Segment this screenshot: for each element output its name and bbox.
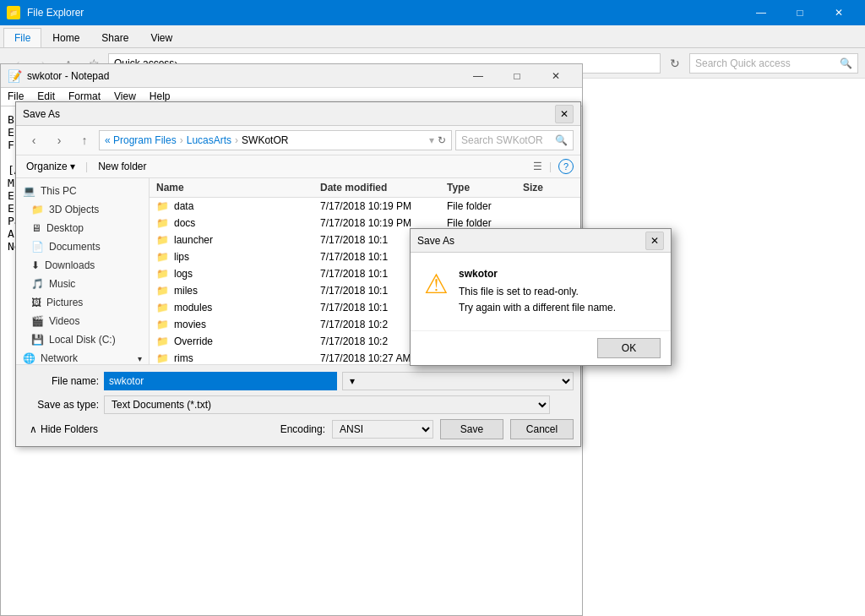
- dialog-sidebar-network[interactable]: 🌐 Network ▾: [16, 349, 149, 364]
- file-folder-icon: 📁: [156, 234, 169, 246]
- hide-folders-btn[interactable]: ∧ Hide Folders: [23, 420, 105, 439]
- dialog-sidebar-documents[interactable]: 📄 Documents: [16, 237, 149, 256]
- file-folder-icon: 📁: [156, 200, 169, 212]
- dialog-sidebar-pictures[interactable]: 🖼 Pictures: [16, 293, 149, 312]
- col-date-header: Date modified: [320, 182, 447, 194]
- tab-share[interactable]: Share: [90, 28, 139, 47]
- dialog-sidebar-desktop[interactable]: 🖥 Desktop: [16, 219, 149, 237]
- videos-label: Videos: [49, 315, 79, 327]
- downloads-label: Downloads: [45, 259, 95, 271]
- file-name: data: [174, 200, 320, 212]
- filename-label: File name:: [23, 375, 99, 387]
- file-name: lips: [174, 251, 320, 263]
- explorer-close-btn[interactable]: ✕: [819, 0, 858, 25]
- filename-input[interactable]: [104, 372, 337, 390]
- alert-titlebar: Save As ✕: [411, 229, 671, 253]
- desktop-label: Desktop: [46, 222, 84, 234]
- alert-dialog: Save As ✕ ⚠ swkotor This file is set to …: [410, 228, 672, 366]
- col-type-header: Type: [447, 182, 523, 194]
- file-folder-icon: 📁: [156, 335, 169, 347]
- tab-file[interactable]: File: [3, 28, 41, 47]
- refresh-icon[interactable]: ↻: [438, 134, 446, 146]
- dialog-forward-btn[interactable]: ›: [48, 129, 70, 151]
- file-folder-icon: 📁: [156, 302, 169, 313]
- view-sep: |: [549, 161, 552, 172]
- dropdown-icon[interactable]: ▾: [429, 134, 434, 146]
- alert-message-area: swkotor This file is set to read-only. T…: [459, 266, 616, 317]
- search-bar[interactable]: Search Quick access 🔍: [689, 53, 858, 74]
- file-folder-icon: 📁: [156, 352, 169, 364]
- alert-close-btn[interactable]: ✕: [645, 232, 664, 250]
- save-button[interactable]: Save: [440, 419, 503, 439]
- alert-body: ⚠ swkotor This file is set to read-only.…: [411, 253, 671, 330]
- explorer-titlebar: 📁 File Explorer — □ ✕: [0, 0, 865, 25]
- ok-button[interactable]: OK: [597, 338, 661, 358]
- encoding-select[interactable]: ANSI: [332, 420, 433, 439]
- desktop-icon: 🖥: [31, 222, 41, 234]
- save-as-close-btn[interactable]: ✕: [555, 105, 574, 123]
- dialog-sidebar-3dobjects[interactable]: 📁 3D Objects: [16, 200, 149, 219]
- explorer-maximize-btn[interactable]: □: [781, 0, 819, 25]
- organize-sep: |: [85, 161, 88, 172]
- notepad-titlebar: 📝 swkotor - Notepad — □ ✕: [1, 64, 582, 88]
- explorer-minimize-btn[interactable]: —: [742, 0, 781, 25]
- address-part3: SWKotOR: [242, 134, 288, 146]
- alert-message-line1: This file is set to read-only.: [459, 284, 616, 300]
- savetype-field: Save as type: Text Documents (*.txt): [23, 395, 574, 414]
- view-help-icon[interactable]: ?: [558, 159, 574, 174]
- file-name: movies: [174, 319, 320, 330]
- encoding-actions: Encoding: ANSI Save Cancel: [280, 419, 574, 439]
- search-icon: 🔍: [840, 57, 852, 69]
- dialog-toolbar: ‹ › ↑ « Program Files › LucasArts › SWKo…: [16, 126, 580, 155]
- cancel-button[interactable]: Cancel: [510, 419, 574, 439]
- file-folder-icon: 📁: [156, 268, 169, 280]
- file-name: launcher: [174, 234, 320, 246]
- dialog-back-btn[interactable]: ‹: [23, 129, 45, 151]
- ribbon-tabs: File Home Share View: [0, 25, 865, 47]
- notepad-minimize-btn[interactable]: —: [459, 63, 498, 89]
- explorer-title: File Explorer: [27, 7, 84, 19]
- chevron-down-icon: ∧: [30, 423, 37, 435]
- explorer-title-controls: — □ ✕: [742, 0, 858, 25]
- dialog-sidebar-music[interactable]: 🎵 Music: [16, 275, 149, 293]
- file-name: docs: [174, 217, 320, 229]
- file-row[interactable]: 📁 data 7/17/2018 10:19 PM File folder: [150, 198, 580, 215]
- network-label: Network: [41, 352, 78, 364]
- savetype-select[interactable]: Text Documents (*.txt): [104, 395, 550, 414]
- dialog-sidebar-videos[interactable]: 🎬 Videos: [16, 312, 149, 330]
- dialog-sidebar-thispc[interactable]: 💻 This PC: [16, 182, 149, 200]
- notepad-maximize-btn[interactable]: □: [498, 63, 536, 89]
- dialog-up-btn[interactable]: ↑: [73, 129, 95, 151]
- file-name: Override: [174, 335, 320, 347]
- addr-sep2: ›: [235, 134, 238, 146]
- explorer-app-icon: 📁: [7, 6, 20, 19]
- dialog-search-bar[interactable]: Search SWKotOR 🔍: [455, 130, 574, 150]
- view-toggle-icon[interactable]: ☰: [533, 161, 542, 172]
- notepad-close-btn[interactable]: ✕: [536, 63, 575, 89]
- col-size-header: Size: [523, 182, 574, 194]
- dialog-bottom-row: ∧ Hide Folders Encoding: ANSI Save Cance…: [23, 419, 574, 439]
- dialog-sidebar-localdisk[interactable]: 💾 Local Disk (C:): [16, 330, 149, 349]
- hide-folders-label: Hide Folders: [41, 423, 98, 435]
- save-as-titlebar: Save As ✕: [16, 102, 580, 126]
- dialog-search-placeholder: Search SWKotOR: [461, 134, 543, 146]
- network-icon: 🌐: [23, 352, 35, 364]
- pictures-label: Pictures: [46, 297, 83, 308]
- tab-home[interactable]: Home: [41, 28, 90, 47]
- address-part1: « Program Files: [105, 134, 177, 146]
- file-type: File folder: [447, 217, 523, 229]
- tab-view[interactable]: View: [139, 28, 183, 47]
- localdisk-icon: 💾: [31, 334, 44, 346]
- save-as-title: Save As: [23, 108, 60, 120]
- new-folder-btn[interactable]: New folder: [95, 159, 150, 174]
- dialog-address-bar[interactable]: « Program Files › LucasArts › SWKotOR ▾ …: [99, 130, 452, 150]
- dialog-sidebar-downloads[interactable]: ⬇ Downloads: [16, 256, 149, 275]
- 3dobjects-label: 3D Objects: [49, 204, 99, 215]
- filename-dropdown[interactable]: ▾: [342, 372, 574, 390]
- organize-btn[interactable]: Organize ▾: [23, 159, 79, 174]
- address-part2: LucasArts: [187, 134, 231, 146]
- pictures-icon: 🖼: [31, 297, 41, 308]
- alert-title: Save As: [417, 235, 454, 247]
- file-folder-icon: 📁: [156, 285, 169, 297]
- nav-refresh-btn[interactable]: ↻: [664, 52, 686, 74]
